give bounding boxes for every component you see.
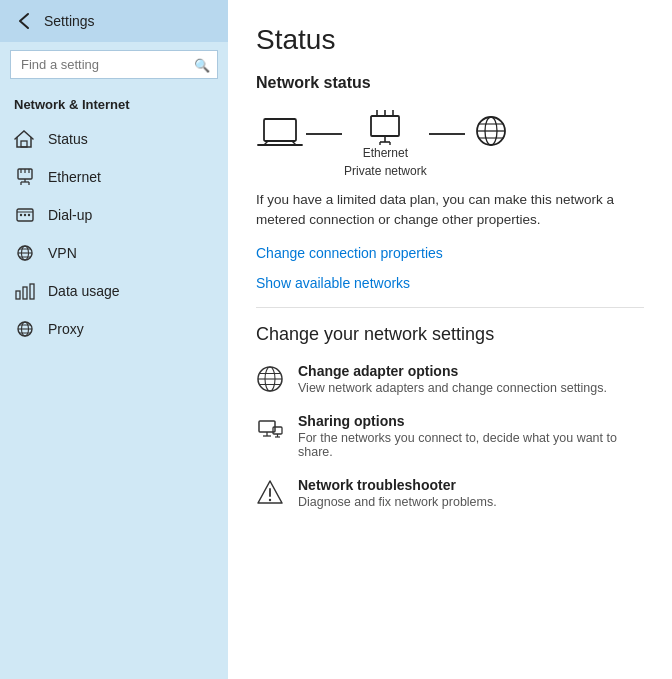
sidebar-item-label-datausage: Data usage	[48, 283, 120, 299]
network-status-heading: Network status	[256, 74, 644, 92]
svg-rect-21	[30, 284, 34, 299]
ethernet-icon	[14, 168, 36, 186]
sidebar-item-label-vpn: VPN	[48, 245, 77, 261]
sidebar-item-proxy[interactable]: Proxy	[0, 310, 228, 348]
troubleshooter-item[interactable]: Network troubleshooter Diagnose and fix …	[256, 477, 644, 509]
sidebar-item-datausage[interactable]: Data usage	[0, 272, 228, 310]
connector-line-2	[429, 133, 465, 135]
svg-rect-20	[23, 287, 27, 299]
globe-icon-wrap	[467, 115, 515, 171]
divider	[256, 307, 644, 308]
sidebar: Settings 🔍 Network & Internet Status	[0, 0, 228, 679]
troubleshooter-content: Network troubleshooter Diagnose and fix …	[298, 477, 497, 509]
router-icon-wrap: Ethernet Private network	[344, 108, 427, 178]
search-box: 🔍	[10, 50, 218, 79]
sidebar-title: Settings	[44, 13, 95, 29]
private-network-label: Private network	[344, 164, 427, 178]
proxy-icon	[14, 320, 36, 338]
search-icon: 🔍	[194, 57, 210, 72]
adapter-icon	[256, 365, 284, 393]
svg-rect-19	[16, 291, 20, 299]
globe-icon	[467, 115, 515, 153]
router-icon	[363, 108, 407, 146]
main-content: Status Network status	[228, 0, 672, 679]
adapter-title: Change adapter options	[298, 363, 607, 379]
search-input[interactable]	[10, 50, 218, 79]
adapter-options-item[interactable]: Change adapter options View network adap…	[256, 363, 644, 395]
sidebar-item-label-dialup: Dial-up	[48, 207, 92, 223]
troubleshooter-icon	[256, 479, 284, 507]
svg-point-12	[28, 214, 30, 216]
svg-point-57	[269, 498, 271, 500]
troubleshooter-title: Network troubleshooter	[298, 477, 497, 493]
change-connection-link[interactable]: Change connection properties	[256, 245, 644, 261]
svg-point-10	[20, 214, 22, 216]
show-networks-link[interactable]: Show available networks	[256, 275, 644, 291]
sidebar-header: Settings	[0, 0, 228, 42]
network-diagram: Ethernet Private network	[256, 108, 644, 178]
sharing-content: Sharing options For the networks you con…	[298, 413, 644, 459]
info-text: If you have a limited data plan, you can…	[256, 190, 644, 231]
troubleshooter-desc: Diagnose and fix network problems.	[298, 495, 497, 509]
sidebar-item-dialup[interactable]: Dial-up	[0, 196, 228, 234]
svg-point-11	[24, 214, 26, 216]
adapter-desc: View network adapters and change connect…	[298, 381, 607, 395]
sidebar-item-status[interactable]: Status	[0, 120, 228, 158]
dialup-icon	[14, 206, 36, 224]
sidebar-item-label-ethernet: Ethernet	[48, 169, 101, 185]
sharing-desc: For the networks you connect to, decide …	[298, 431, 644, 459]
datausage-icon	[14, 282, 36, 300]
home-icon	[14, 130, 36, 148]
sidebar-item-label-proxy: Proxy	[48, 321, 84, 337]
svg-rect-31	[371, 116, 399, 136]
sidebar-section-label: Network & Internet	[0, 87, 228, 120]
svg-rect-27	[264, 119, 296, 141]
change-settings-heading: Change your network settings	[256, 324, 644, 345]
connector-line-1	[306, 133, 342, 135]
back-button[interactable]	[14, 12, 34, 30]
page-title: Status	[256, 24, 644, 56]
sharing-icon	[256, 415, 284, 443]
adapter-content: Change adapter options View network adap…	[298, 363, 607, 395]
sidebar-item-ethernet[interactable]: Ethernet	[0, 158, 228, 196]
sidebar-item-vpn[interactable]: VPN	[0, 234, 228, 272]
laptop-icon	[256, 115, 304, 153]
ethernet-diagram-label: Ethernet	[363, 146, 408, 160]
svg-rect-0	[21, 141, 27, 147]
sharing-options-item[interactable]: Sharing options For the networks you con…	[256, 413, 644, 459]
vpn-icon	[14, 244, 36, 262]
laptop-icon-wrap	[256, 115, 304, 171]
sidebar-item-label-status: Status	[48, 131, 88, 147]
sharing-title: Sharing options	[298, 413, 644, 429]
